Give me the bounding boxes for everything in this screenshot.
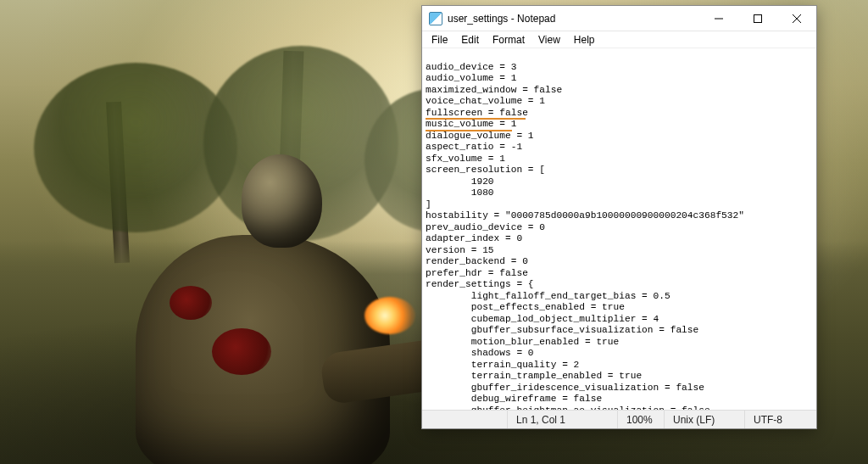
maximize-icon	[754, 14, 762, 23]
status-eol: Unix (LF)	[664, 411, 744, 428]
text-editor[interactable]: audio_device = 3 audio_volume = 1 maximi…	[422, 48, 816, 410]
highlight-underline	[426, 118, 526, 120]
status-encoding: UTF-8	[744, 411, 816, 428]
close-button[interactable]	[777, 6, 816, 31]
status-zoom: 100%	[617, 411, 664, 428]
close-icon	[793, 14, 801, 23]
menu-format[interactable]: Format	[487, 33, 531, 47]
status-position: Ln 1, Col 1	[507, 411, 617, 428]
svg-rect-0	[754, 14, 762, 22]
notepad-icon	[429, 12, 442, 25]
minimize-button[interactable]	[699, 6, 738, 31]
maximize-button[interactable]	[738, 6, 777, 31]
highlight-underline	[426, 130, 512, 131]
menu-help[interactable]: Help	[568, 33, 601, 47]
window-title: user_settings - Notepad	[448, 13, 555, 25]
menubar: File Edit Format View Help	[422, 31, 816, 48]
statusbar: Ln 1, Col 1 100% Unix (LF) UTF-8	[422, 410, 816, 428]
notepad-window[interactable]: user_settings - Notepad File Edit Format…	[421, 5, 817, 429]
minimize-icon	[715, 14, 723, 23]
titlebar[interactable]: user_settings - Notepad	[422, 6, 816, 31]
menu-edit[interactable]: Edit	[455, 33, 485, 47]
menu-view[interactable]: View	[532, 33, 566, 47]
muzzle-flash	[364, 297, 415, 334]
menu-file[interactable]: File	[426, 33, 453, 47]
